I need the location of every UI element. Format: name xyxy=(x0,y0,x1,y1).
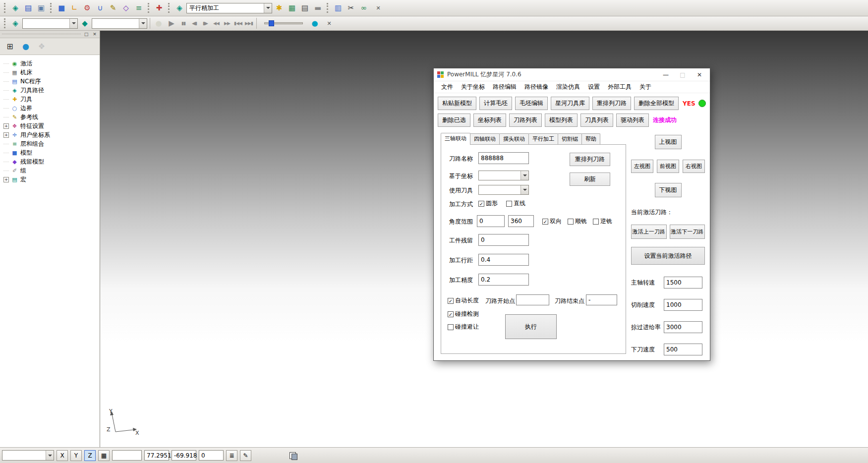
skim-feed-input[interactable] xyxy=(664,321,702,333)
tree-item-macros[interactable]: + ▤ 宏 xyxy=(1,175,99,184)
toolbar-close-icon[interactable]: ✕ xyxy=(325,19,334,28)
star-tool-icon[interactable]: ✱ xyxy=(273,2,285,14)
tree-item-boundaries[interactable]: ○ 边界 xyxy=(1,104,99,113)
dropdown-arrow-icon[interactable] xyxy=(521,171,528,180)
tolerance-input[interactable] xyxy=(478,274,529,286)
toolpath-list-button[interactable]: 刀路列表 xyxy=(509,114,542,127)
tree-item-tools[interactable]: ✚ 刀具 xyxy=(1,95,99,104)
view-right-button[interactable]: 右视图 xyxy=(683,160,705,173)
tree-structure-icon[interactable]: ⊞ xyxy=(4,41,16,53)
forward-icon[interactable]: ▶▶ xyxy=(222,17,232,29)
scissors-icon[interactable]: ✂ xyxy=(345,2,357,14)
toolbar-grip[interactable] xyxy=(327,3,329,13)
print-icon[interactable]: ▣ xyxy=(35,2,47,14)
strategy-icon[interactable]: ◈ xyxy=(9,17,21,29)
delete-all-models-button[interactable]: 删除全部模型 xyxy=(634,97,679,110)
toolpaths-icon[interactable]: ◈ xyxy=(9,2,21,14)
tree-item-patterns[interactable]: ✎ 参考线 xyxy=(1,113,99,121)
compute-stock-button[interactable]: 计算毛坯 xyxy=(479,97,512,110)
angle-to-input[interactable] xyxy=(508,215,534,227)
draw-cursor-icon[interactable]: ✎ xyxy=(240,450,251,461)
save-icon[interactable]: ▤ xyxy=(22,2,34,14)
globe-icon[interactable]: ● xyxy=(20,41,32,53)
drive-list-button[interactable]: 驱动列表 xyxy=(616,114,649,127)
rewind-icon[interactable]: ◀◀ xyxy=(211,17,221,29)
tree-item-stock-models[interactable]: ◆ 残留模型 xyxy=(1,157,99,166)
bidirectional-checkbox[interactable]: ✓ 双向 xyxy=(542,217,562,226)
activate-next-toolpath-button[interactable]: 激活下一刀路 xyxy=(670,225,705,239)
menu-about-coords[interactable]: 关于坐标 xyxy=(458,82,488,92)
execute-button[interactable]: 执行 xyxy=(505,314,557,339)
cutting-feed-input[interactable] xyxy=(664,299,702,311)
explorer-panel-header[interactable]: □ ✕ xyxy=(0,31,100,38)
levels-icon[interactable]: ≡ xyxy=(133,2,145,14)
plunge-feed-input[interactable] xyxy=(664,344,702,355)
mode-circle-checkbox[interactable]: ✓ 圆形 xyxy=(478,199,498,208)
tree-item-toolpaths[interactable]: ◈ 刀具路径 xyxy=(1,86,99,95)
toolbar-grip[interactable] xyxy=(4,3,6,13)
use-tool-dropdown[interactable] xyxy=(478,185,529,195)
collision-check-checkbox[interactable]: ✓ 碰撞检测 xyxy=(448,310,479,318)
strategy-dropdown[interactable]: 平行精加工 xyxy=(186,3,272,13)
toolpath-name-input[interactable] xyxy=(478,152,529,164)
tree-item-groups[interactable]: ✐ 组 xyxy=(1,166,99,175)
start-point-input[interactable] xyxy=(516,294,549,305)
go-start-icon[interactable]: ▮◀◀ xyxy=(233,17,243,29)
toolpath-select-dropdown[interactable] xyxy=(22,18,78,29)
coordinate-z-field[interactable]: 0 xyxy=(199,450,224,461)
pattern-icon[interactable]: ◇ xyxy=(120,2,132,14)
pages-icon[interactable] xyxy=(289,452,296,459)
tool-library-button[interactable]: 星河刀具库 xyxy=(551,97,589,110)
grid-toggle-icon[interactable]: ▦ xyxy=(98,450,110,461)
speed-slider[interactable] xyxy=(264,22,303,24)
toolbar-grip[interactable] xyxy=(168,3,171,13)
prev-frame-icon[interactable]: ◀▮ xyxy=(189,17,199,29)
tab-parallel[interactable]: 平行加工 xyxy=(528,133,558,144)
shield-icon[interactable]: ❖ xyxy=(36,41,48,53)
menu-settings[interactable]: 设置 xyxy=(584,82,603,92)
clock-icon[interactable]: ● xyxy=(309,17,321,29)
stock-edit-button[interactable]: 毛坯编辑 xyxy=(515,97,548,110)
coordinate-x-field[interactable]: 77.2951 xyxy=(144,450,169,461)
pencil-edit-icon[interactable]: ✎ xyxy=(107,2,119,14)
ncprogram-select-dropdown[interactable] xyxy=(92,18,147,29)
menu-render-sim[interactable]: 渲染仿真 xyxy=(553,82,583,92)
minimize-button[interactable]: — xyxy=(659,71,673,78)
toolbar-grip[interactable] xyxy=(148,3,150,13)
tab-tilthead[interactable]: 摆头联动 xyxy=(499,133,529,144)
axis-x-button[interactable]: X xyxy=(57,450,68,461)
angle-from-input[interactable] xyxy=(477,215,505,227)
conventional-mill-checkbox[interactable]: 逆铣 xyxy=(593,217,612,226)
activate-prev-toolpath-button[interactable]: 激活上一刀路 xyxy=(631,225,667,239)
statusbar-blank-field[interactable] xyxy=(112,450,142,461)
model-list-button[interactable]: 模型列表 xyxy=(545,114,578,127)
tab-help[interactable]: 帮助 xyxy=(581,133,600,144)
binoculars-icon[interactable]: ∞ xyxy=(358,2,370,14)
tree-item-models[interactable]: ■ 模型 xyxy=(1,148,99,157)
dialog-titlebar[interactable]: PowerMILL 忆梦星河 7.0.6 — □ ✕ xyxy=(434,68,710,81)
play-icon[interactable]: ▶ xyxy=(166,17,177,29)
next-frame-icon[interactable]: ▮▶ xyxy=(200,17,210,29)
grid-edit-icon[interactable]: ▦ xyxy=(286,2,298,14)
collision-avoid-checkbox[interactable]: 碰撞避让 xyxy=(448,323,479,331)
tool-icon[interactable]: ⚙ xyxy=(81,2,93,14)
menu-about[interactable]: 关于 xyxy=(636,82,655,92)
delete-selected-button[interactable]: 删除已选 xyxy=(438,114,470,127)
lightbulb-icon[interactable]: ● xyxy=(153,17,165,29)
refresh-button[interactable]: 刷新 xyxy=(570,173,610,186)
wrench-icon[interactable]: ✚ xyxy=(153,2,165,14)
expand-icon[interactable]: + xyxy=(3,177,9,182)
nc-program-icon[interactable]: ◆ xyxy=(79,17,91,29)
climb-mill-checkbox[interactable]: 顺铣 xyxy=(568,217,587,226)
speed-slider-handle[interactable] xyxy=(269,20,274,26)
auto-length-checkbox[interactable]: ✓ 自动长度 xyxy=(448,296,479,305)
tab-saw[interactable]: 切割锯 xyxy=(558,133,582,144)
go-end-icon[interactable]: ▶▶▮ xyxy=(244,17,254,29)
axis-z-button[interactable]: Z xyxy=(84,450,96,461)
stock-remain-input[interactable] xyxy=(478,234,529,246)
toolbar-grip[interactable] xyxy=(4,18,6,28)
expand-icon[interactable]: + xyxy=(3,132,9,138)
statusbar-dropdown[interactable] xyxy=(2,450,54,461)
menu-external-tools[interactable]: 外部工具 xyxy=(604,82,635,92)
boundary-icon[interactable]: ∪ xyxy=(94,2,106,14)
